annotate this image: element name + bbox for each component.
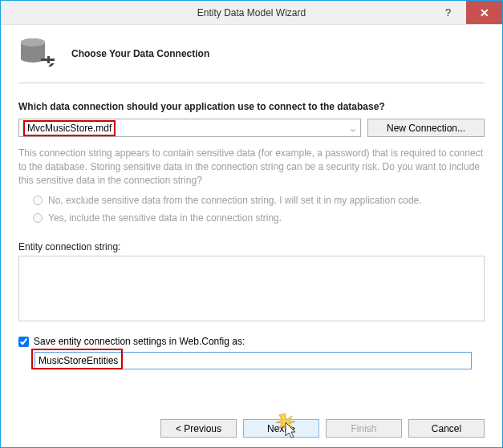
- save-settings-checkbox-row[interactable]: Save entity connection settings in Web.C…: [18, 336, 485, 347]
- sensitive-data-warning: This connection string appears to contai…: [18, 147, 485, 187]
- finish-button: Finish: [326, 419, 402, 438]
- settings-name-input[interactable]: [34, 352, 472, 369]
- radio-icon: [33, 196, 43, 205]
- window-controls: ? ✕: [430, 1, 502, 24]
- connection-selected: MvcMusicStore.mdf: [24, 121, 115, 135]
- svg-point-1: [21, 38, 45, 46]
- help-button[interactable]: ?: [430, 1, 466, 24]
- connection-row: MvcMusicStore.mdf ⌵ New Connection...: [18, 119, 485, 137]
- wizard-buttons: < Previous Next > Finish Cancel: [18, 419, 485, 438]
- svg-rect-2: [41, 59, 47, 61]
- radio-exclude: No, exclude sensitive data from the conn…: [33, 195, 485, 206]
- wizard-header: Choose Your Data Connection: [18, 36, 485, 71]
- divider: [18, 83, 485, 83]
- sensitive-radio-group: No, exclude sensitive data from the conn…: [33, 195, 485, 230]
- prompt-text: Which data connection should your applic…: [18, 101, 485, 112]
- conn-string-label: Entity connection string:: [18, 241, 485, 252]
- radio-include-label: Yes, include the sensitive data in the c…: [48, 212, 282, 224]
- settings-name-row: [34, 352, 485, 369]
- svg-rect-3: [47, 56, 50, 63]
- page-title: Choose Your Data Connection: [71, 48, 209, 59]
- previous-button[interactable]: < Previous: [160, 419, 237, 438]
- next-button[interactable]: Next >: [243, 419, 319, 438]
- chevron-down-icon: ⌵: [351, 123, 355, 132]
- database-icon: [18, 36, 57, 71]
- new-connection-button[interactable]: New Connection...: [367, 119, 485, 137]
- connection-dropdown[interactable]: MvcMusicStore.mdf ⌵: [18, 119, 361, 137]
- radio-exclude-label: No, exclude sensitive data from the conn…: [48, 195, 422, 206]
- svg-rect-4: [50, 59, 55, 61]
- cancel-button[interactable]: Cancel: [408, 419, 485, 438]
- radio-icon: [33, 213, 43, 223]
- save-settings-checkbox[interactable]: [18, 337, 29, 347]
- wizard-content: Choose Your Data Connection Which data c…: [1, 25, 502, 447]
- close-button[interactable]: ✕: [466, 1, 502, 24]
- titlebar: Entity Data Model Wizard ? ✕: [1, 1, 502, 25]
- radio-include: Yes, include the sensitive data in the c…: [33, 212, 485, 224]
- conn-string-textarea: [18, 256, 485, 321]
- window-title: Entity Data Model Wizard: [197, 7, 306, 18]
- save-settings-label: Save entity connection settings in Web.C…: [34, 336, 245, 347]
